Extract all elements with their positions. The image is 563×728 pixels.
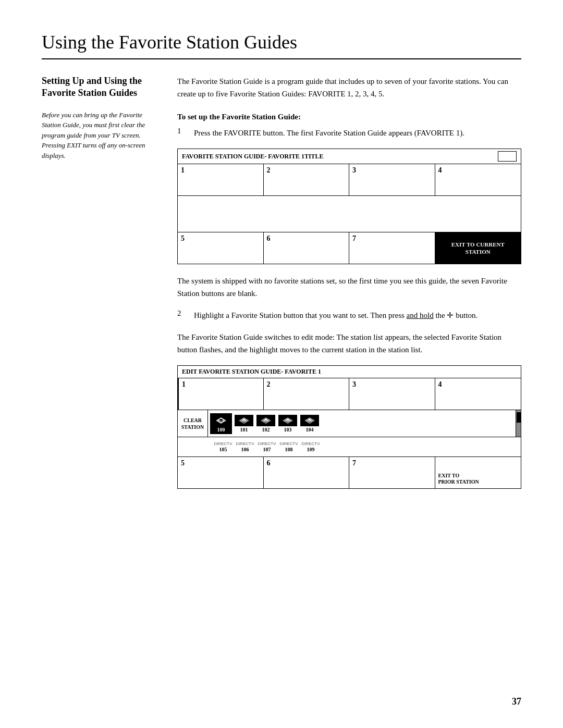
station-100-logo: D xyxy=(212,415,230,426)
diagram-1-cell-3: 3 xyxy=(349,164,435,195)
station-102-num: 102 xyxy=(262,427,270,433)
station-105: DIRECTV 105 xyxy=(213,441,233,452)
station-104-logo: D xyxy=(300,415,319,426)
step-2-number: 2 xyxy=(177,309,186,322)
scrollbar xyxy=(516,410,521,437)
step-heading: To set up the Favorite Station Guide: xyxy=(177,113,521,121)
svg-text:D: D xyxy=(220,419,223,423)
station-101: D 101 xyxy=(234,415,254,433)
step-1-block: 1 Press the FAVORITE button. The first F… xyxy=(177,127,521,139)
diagram-2-header-text: EDIT FAVORITE STATION GUIDE- FAVORITE 1 xyxy=(182,368,321,376)
page-title: Using the Favorite Station Guides xyxy=(42,31,521,53)
diagram-1-header-box xyxy=(498,151,517,162)
station-108: DIRECTV 108 xyxy=(279,441,299,452)
station-102-logo: D xyxy=(256,415,275,426)
diagram-2-cell-6: 6 xyxy=(264,457,350,488)
station-108-label: DIRECTV xyxy=(279,441,298,446)
diagram-2-exit-prior: EXIT TOPRIOR STATION xyxy=(435,457,521,488)
diagram-2: EDIT FAVORITE STATION GUIDE- FAVORITE 1 … xyxy=(177,365,521,489)
step-1-number: 1 xyxy=(177,127,186,139)
diagram-2-cell-4: 4 xyxy=(435,378,521,410)
station-101-num: 101 xyxy=(240,427,248,433)
station-106-num: 106 xyxy=(241,447,249,452)
diagram-1-bottom-grid: 5 6 7 EXIT TO CURRENTSTATION xyxy=(178,232,521,264)
body-text-1: The system is shipped with no favorite s… xyxy=(177,275,521,300)
station-100-num: 100 xyxy=(217,427,225,433)
svg-text:D: D xyxy=(265,419,267,423)
diagram-1: FAVORITE STATION GUIDE- FAVORITE 1TITLE … xyxy=(177,149,521,264)
station-102: D 102 xyxy=(256,415,276,433)
station-108-num: 108 xyxy=(285,447,293,452)
italic-note: Before you can bring up the Favorite Sta… xyxy=(42,110,156,161)
diagram-2-cell-5: 5 xyxy=(178,457,264,488)
section-heading: Setting Up and Using the Favorite Statio… xyxy=(42,75,156,100)
station-107: DIRECTV 107 xyxy=(257,441,277,452)
diagram-2-cell-3: 3 xyxy=(349,378,435,410)
diagram-2-top-grid: 1 2 3 4 xyxy=(178,378,521,410)
station-icons-row-1: D 100 D xyxy=(208,410,516,437)
diagram-1-cell-5: 5 xyxy=(178,232,264,264)
diagram-2-cell-2: 2 xyxy=(264,378,350,410)
station-107-label: DIRECTV xyxy=(258,441,276,446)
station-101-logo: D xyxy=(235,415,253,426)
left-column: Setting Up and Using the Favorite Statio… xyxy=(42,75,156,499)
content-area: Setting Up and Using the Favorite Statio… xyxy=(42,75,521,499)
diagram-1-cell-7: 7 xyxy=(349,232,435,264)
page-header: Using the Favorite Station Guides xyxy=(42,31,521,59)
station-103: D 103 xyxy=(278,415,298,433)
step-2-text: Highlight a Favorite Station button that… xyxy=(194,309,478,322)
station-104: D 104 xyxy=(300,415,320,433)
station-105-label: DIRECTV xyxy=(214,441,232,446)
page: Using the Favorite Station Guides Settin… xyxy=(0,0,563,541)
scrollbar-thumb xyxy=(517,412,521,423)
svg-text:D: D xyxy=(287,419,289,423)
station-103-logo: D xyxy=(278,415,297,426)
step-2-block: 2 Highlight a Favorite Station button th… xyxy=(177,309,521,322)
station-107-num: 107 xyxy=(263,447,271,452)
station-105-num: 105 xyxy=(219,447,227,452)
clear-station-button: CLEARSTATION xyxy=(178,410,208,437)
diagram-2-header: EDIT FAVORITE STATION GUIDE- FAVORITE 1 xyxy=(178,366,521,378)
diagram-1-cell-6: 6 xyxy=(264,232,350,264)
diagram-2-bottom-grid: 5 6 7 EXIT TOPRIOR STATION xyxy=(178,457,521,488)
diagram-1-cell-2: 2 xyxy=(264,164,350,195)
diagram-1-header: FAVORITE STATION GUIDE- FAVORITE 1TITLE xyxy=(178,149,521,164)
right-column: The Favorite Station Guide is a program … xyxy=(177,75,521,499)
station-100: D 100 xyxy=(210,413,232,434)
diagram-1-exit-button: EXIT TO CURRENTSTATION xyxy=(435,232,521,264)
diagram-1-top-grid: 1 2 3 4 xyxy=(178,164,521,196)
station-103-num: 103 xyxy=(284,427,292,433)
diagram-2-cell-1: 1 xyxy=(178,378,264,410)
svg-text:D: D xyxy=(309,419,311,423)
intro-text: The Favorite Station Guide is a program … xyxy=(177,75,521,100)
station-104-num: 104 xyxy=(306,427,314,433)
diagram-1-cell-1: 1 xyxy=(178,164,264,195)
station-109-label: DIRECTV xyxy=(301,441,320,446)
station-106: DIRECTV 106 xyxy=(235,441,255,452)
station-106-label: DIRECTV xyxy=(236,441,254,446)
body-text-2: The Favorite Station Guide switches to e… xyxy=(177,331,521,356)
station-row-2: DIRECTV 105 DIRECTV 106 DIRECTV 107 DIRE… xyxy=(178,437,521,457)
diagram-1-cell-4: 4 xyxy=(435,164,521,195)
page-number: 37 xyxy=(512,696,521,707)
diagram-2-cell-7: 7 xyxy=(349,457,435,488)
station-109-num: 109 xyxy=(307,447,315,452)
station-row-1: CLEARSTATION D xyxy=(178,410,521,437)
svg-text:D: D xyxy=(243,419,246,423)
diagram-1-header-text: FAVORITE STATION GUIDE- FAVORITE 1TITLE xyxy=(182,153,324,161)
station-109: DIRECTV 109 xyxy=(301,441,321,452)
step-1-text: Press the FAVORITE button. The first Fav… xyxy=(194,127,464,139)
diagram-1-middle xyxy=(178,196,521,232)
